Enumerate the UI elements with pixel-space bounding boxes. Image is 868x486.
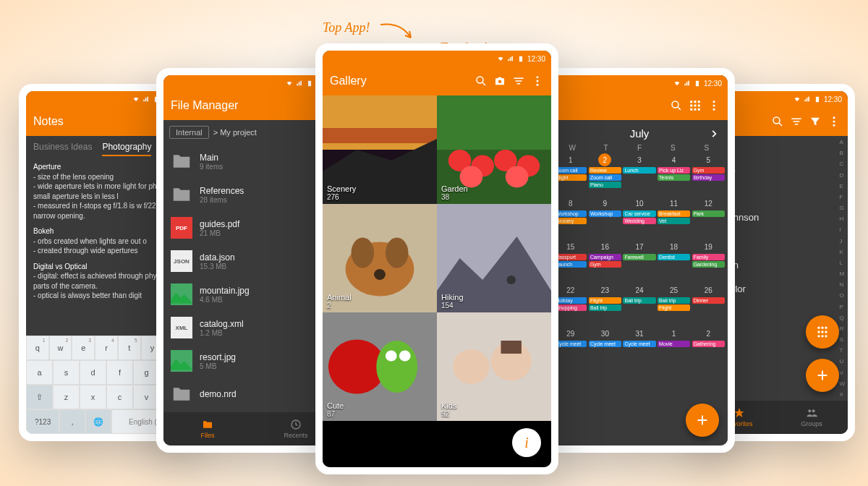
key-a[interactable]: a <box>26 360 53 385</box>
day-cell[interactable]: 4Pick up LizTennis <box>658 153 691 195</box>
shift-key[interactable]: ⇧ <box>26 385 53 409</box>
day-cell[interactable]: 15PassportLaunch <box>554 240 587 282</box>
event-chip[interactable]: Launch <box>554 261 587 268</box>
event-chip[interactable]: Flight <box>554 174 587 181</box>
event-chip[interactable]: Lunch <box>623 167 655 174</box>
info-fab[interactable]: i <box>512 428 541 457</box>
sort-icon[interactable] <box>790 115 803 128</box>
event-chip[interactable]: Workshop <box>554 210 587 217</box>
sym-key[interactable]: ?123 <box>26 409 59 434</box>
file-row[interactable]: XMLcatalog.xml1.2 MB <box>163 311 340 344</box>
key-f[interactable]: f <box>106 360 133 385</box>
file-row[interactable]: mountain.jpg4.6 MB <box>163 278 340 311</box>
comma-key[interactable]: , <box>59 409 85 434</box>
month-header[interactable]: July <box>551 120 728 142</box>
file-row[interactable]: resort.jpg5 MB <box>163 344 340 378</box>
day-cell[interactable]: 10Car serviceWedding <box>623 197 656 239</box>
event-chip[interactable]: Passport <box>554 254 587 260</box>
album-garden[interactable]: Garden38 <box>437 95 551 204</box>
day-cell[interactable]: 18Dentist <box>658 240 691 282</box>
key-z[interactable]: z <box>53 385 80 409</box>
event-chip[interactable]: Zoom call <box>554 167 587 174</box>
key-d[interactable]: d <box>80 360 106 385</box>
event-chip[interactable]: Cycle meet <box>554 341 587 347</box>
event-chip[interactable]: Car service <box>623 210 655 217</box>
day-cell[interactable]: 30Cycle meet <box>589 327 622 369</box>
album-scenery[interactable]: Scenery276 <box>323 95 437 204</box>
more-icon[interactable] <box>707 99 720 112</box>
camera-icon[interactable] <box>493 74 506 88</box>
event-chip[interactable]: Birthday <box>692 174 725 181</box>
album-animal[interactable]: Animal2 <box>323 204 437 312</box>
day-cell[interactable]: 25Bali tripFlight <box>658 284 691 325</box>
search-icon[interactable] <box>475 74 488 88</box>
day-cell[interactable]: 2ReviewZoom callPiano <box>589 153 622 195</box>
add-contact-fab[interactable] <box>806 359 839 392</box>
day-cell[interactable]: 24Bali trip <box>623 284 656 325</box>
event-chip[interactable]: Flight <box>589 297 621 304</box>
key-r[interactable]: r4 <box>95 336 118 360</box>
event-chip[interactable]: Movie <box>658 341 690 347</box>
add-event-fab[interactable] <box>686 404 719 437</box>
calendar-grid[interactable]: 1Zoom callFlight2ReviewZoom callPiano3Lu… <box>551 153 728 369</box>
event-chip[interactable]: Family <box>692 254 725 260</box>
day-cell[interactable]: 31Cycle meet <box>623 327 656 369</box>
tab-photography[interactable]: Photography <box>102 142 151 156</box>
day-cell[interactable]: 1Zoom callFlight <box>554 153 587 195</box>
day-cell[interactable]: 5GymBirthday <box>692 153 725 195</box>
key-c[interactable]: c <box>106 385 133 409</box>
event-chip[interactable]: Breakfast <box>658 210 690 217</box>
file-row[interactable]: JSONdata.json15.3 MB <box>163 244 340 278</box>
more-icon[interactable] <box>531 74 544 88</box>
key-t[interactable]: t5 <box>118 336 141 360</box>
event-chip[interactable]: Dinner <box>692 297 725 304</box>
day-cell[interactable]: 11BreakfastVet <box>658 197 691 239</box>
tab-business[interactable]: Business Ideas <box>33 142 92 156</box>
key-w[interactable]: w2 <box>49 336 72 360</box>
day-cell[interactable]: 29Cycle meet <box>554 327 587 369</box>
day-cell[interactable]: 2Gathering <box>692 327 725 369</box>
breadcrumb[interactable]: Internal > My project <box>163 120 340 145</box>
event-chip[interactable]: Gym <box>692 167 725 174</box>
event-chip[interactable]: Dentist <box>658 254 690 260</box>
event-chip[interactable]: Farewell <box>623 254 655 260</box>
event-chip[interactable]: Piano <box>589 182 621 188</box>
key-s[interactable]: s <box>53 360 80 385</box>
album-cute[interactable]: Cute87 <box>323 312 437 421</box>
key-e[interactable]: e3 <box>72 336 95 360</box>
day-cell[interactable]: 16CampaignGym <box>589 240 622 282</box>
event-chip[interactable]: Gym <box>589 261 621 268</box>
day-cell[interactable]: 17Farewell <box>623 240 656 282</box>
nav-groups[interactable]: Groups <box>775 401 848 434</box>
album-hiking[interactable]: Hiking154 <box>437 204 551 312</box>
album-kids[interactable]: Kids92 <box>437 312 551 421</box>
more-icon[interactable] <box>827 115 841 128</box>
dialpad-fab[interactable] <box>806 315 839 349</box>
event-chip[interactable]: Gathering <box>692 341 725 347</box>
file-row[interactable]: PDFguides.pdf21 MB <box>163 211 340 244</box>
key-q[interactable]: q1 <box>26 336 49 360</box>
event-chip[interactable]: Shopping <box>554 304 587 311</box>
search-icon[interactable] <box>771 115 784 128</box>
event-chip[interactable]: Bali trip <box>623 297 655 304</box>
alpha-index[interactable]: ABCDEFGHIJKLMNOPQRSTUVWX <box>839 139 845 398</box>
event-chip[interactable]: Flight <box>658 304 690 311</box>
search-icon[interactable] <box>670 99 683 112</box>
event-chip[interactable]: Wedding <box>623 218 655 224</box>
event-chip[interactable]: Vet <box>658 218 690 224</box>
event-chip[interactable]: Campaign <box>589 254 621 260</box>
key-x[interactable]: x <box>80 385 106 409</box>
day-cell[interactable]: 12Park <box>692 197 725 239</box>
event-chip[interactable]: Zoom call <box>589 174 621 181</box>
event-chip[interactable]: Bali trip <box>658 297 690 304</box>
day-cell[interactable]: 3Lunch <box>623 153 656 195</box>
day-cell[interactable]: 9Workshop <box>589 197 622 239</box>
globe-key[interactable]: 🌐 <box>85 409 111 434</box>
file-row[interactable]: Main9 items <box>163 145 340 178</box>
day-cell[interactable]: 19FamilyGardening <box>692 240 725 282</box>
day-cell[interactable]: 23FlightBali trip <box>589 284 622 325</box>
event-chip[interactable]: Workshop <box>589 210 621 217</box>
chevron-right-icon[interactable] <box>709 129 719 139</box>
event-chip[interactable]: Grocery <box>554 218 587 224</box>
file-row[interactable]: demo.nrd <box>163 378 340 411</box>
